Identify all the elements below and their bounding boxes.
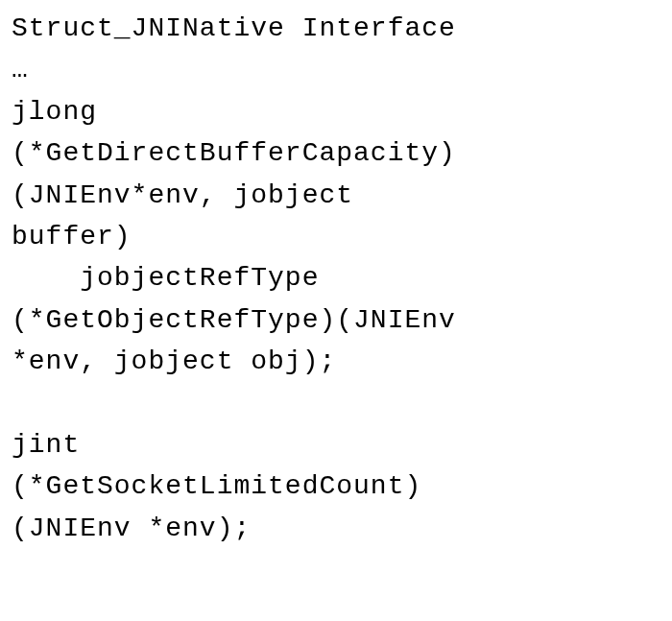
- code-line: *env, jobject obj);: [12, 346, 336, 376]
- code-line: (*GetSocketLimitedCount): [12, 471, 421, 501]
- code-line: (*GetDirectBufferCapacity): [12, 138, 456, 168]
- code-line: (*GetObjectRefType)(JNIEnv: [12, 305, 456, 335]
- code-line: jlong: [12, 97, 97, 127]
- code-snippet: Struct_JNINative Interface … jlong (*Get…: [0, 0, 672, 557]
- code-line: Struct_JNINative Interface: [12, 13, 456, 43]
- code-line: (JNIEnv*env, jobject: [12, 180, 353, 210]
- code-line: jint: [12, 430, 80, 460]
- code-line: …: [12, 55, 29, 84]
- code-line: buffer): [12, 222, 132, 251]
- code-line: jobjectRefType: [12, 263, 319, 293]
- code-line: (JNIEnv *env);: [12, 514, 251, 543]
